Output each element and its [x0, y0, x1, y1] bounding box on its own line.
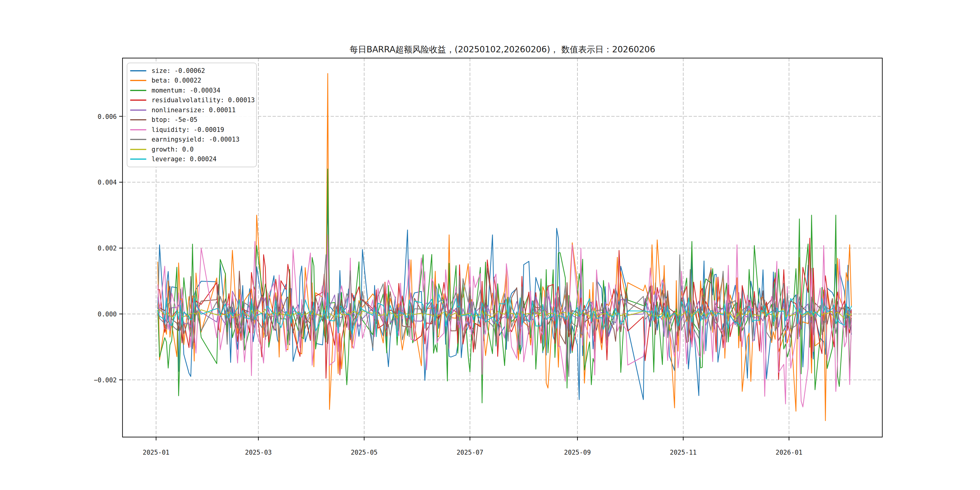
x-tick-label: 2025-05	[351, 449, 378, 456]
legend: size: -0.00062 beta: 0.00022 momentum: -…	[127, 63, 257, 167]
legend-line-sample	[130, 100, 146, 101]
legend-label: earningsyield: -0.00013	[151, 136, 240, 143]
y-tick-label: 0.004	[98, 179, 117, 186]
legend-line-sample	[130, 119, 146, 120]
legend-line-sample	[130, 70, 146, 72]
legend-label: residualvolatility: 0.00013	[151, 97, 255, 104]
legend-item-growth: growth: 0.0	[130, 146, 253, 153]
legend-item-size: size: -0.00062	[130, 67, 253, 75]
legend-line-sample	[130, 90, 146, 91]
y-tick-label: 0.000	[98, 311, 117, 318]
legend-item-liquidity: liquidity: -0.00019	[130, 126, 253, 134]
legend-item-leverage: leverage: 0.00024	[130, 156, 253, 163]
x-tick-label: 2025-11	[670, 449, 697, 456]
legend-line-sample	[130, 159, 146, 160]
x-tick-label: 2025-09	[564, 449, 591, 456]
matplotlib-figure: 2025-012025-032025-052025-072025-092025-…	[0, 0, 980, 490]
legend-item-beta: beta: 0.00022	[130, 77, 253, 84]
legend-label: liquidity: -0.00019	[151, 126, 224, 134]
legend-label: nonlinearsize: 0.00011	[151, 107, 235, 114]
legend-label: beta: 0.00022	[151, 77, 201, 84]
y-tick-label: −0.002	[94, 377, 117, 384]
legend-line-sample	[130, 80, 146, 81]
legend-label: size: -0.00062	[151, 67, 205, 75]
chart-title: 每日BARRA超额风险收益，(20250102,20260206)， 数值表示日…	[350, 45, 655, 54]
legend-item-earningsyield: earningsyield: -0.00013	[130, 136, 253, 143]
legend-item-residualvolatility: residualvolatility: 0.00013	[130, 97, 253, 104]
x-tick-label: 2026-01	[776, 449, 802, 456]
legend-line-sample	[130, 139, 146, 140]
x-tick-label: 2025-03	[245, 449, 272, 456]
legend-item-btop: btop: -5e-05	[130, 116, 253, 123]
x-tick-label: 2025-01	[143, 449, 170, 456]
legend-item-nonlinearsize: nonlinearsize: 0.00011	[130, 107, 253, 114]
legend-line-sample	[130, 149, 146, 150]
legend-line-sample	[130, 110, 146, 111]
legend-label: growth: 0.0	[151, 146, 194, 153]
y-tick-label: 0.002	[98, 245, 117, 252]
x-tick-label: 2025-07	[457, 449, 484, 456]
legend-label: leverage: 0.00024	[151, 156, 216, 163]
y-tick-label: 0.006	[98, 113, 117, 120]
legend-label: momentum: -0.00034	[151, 87, 221, 94]
legend-item-momentum: momentum: -0.00034	[130, 87, 253, 94]
series-lines	[158, 73, 851, 421]
legend-label: btop: -5e-05	[151, 116, 197, 123]
legend-line-sample	[130, 129, 146, 130]
